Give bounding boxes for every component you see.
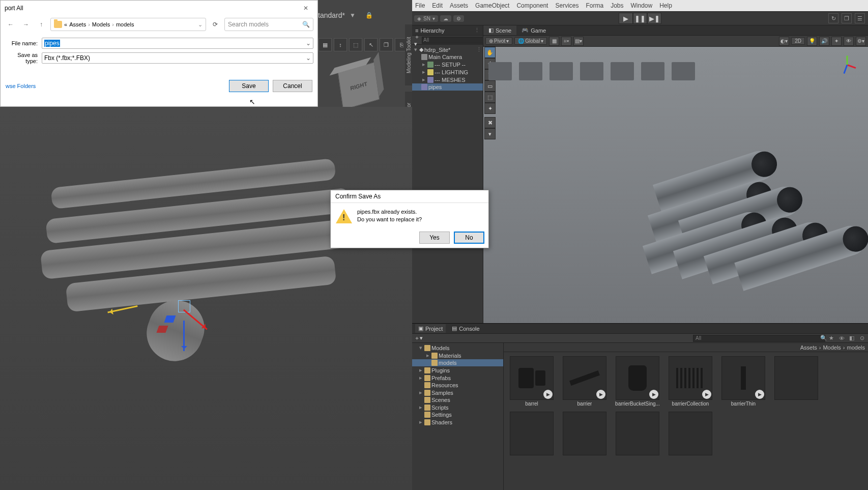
folder-item[interactable]: ▸Materials [412, 352, 503, 359]
pause-button[interactable]: ❚❚ [633, 13, 647, 24]
custom-tool-icon[interactable]: ✖ [484, 117, 496, 128]
audio-icon[interactable]: 🔊 [819, 37, 829, 46]
play-icon[interactable]: ▶ [596, 390, 605, 399]
tab-console[interactable]: ▤ Console [452, 325, 479, 332]
asset-tile[interactable]: ▶ barrierCollection [667, 356, 714, 407]
layout-icon[interactable]: ☰ [855, 13, 865, 23]
menu-item[interactable]: Window [631, 2, 653, 9]
hidden-icon[interactable]: 👁 [844, 37, 854, 46]
forward-icon[interactable]: → [20, 18, 32, 31]
menu-item[interactable]: Assets [450, 2, 468, 9]
add-icon[interactable]: ＋▾ [414, 334, 423, 342]
play-icon[interactable]: ▶ [755, 390, 764, 399]
tool-icon[interactable]: ▦ [319, 38, 332, 51]
scene-orientation-gizmo[interactable] [835, 53, 859, 76]
cloud-button[interactable]: ☁ [440, 15, 451, 22]
menu-item[interactable]: Help [659, 2, 672, 9]
asset-tile[interactable] [561, 412, 609, 455]
back-icon[interactable]: ← [5, 18, 17, 31]
dropdown-icon[interactable]: ▾ [484, 128, 496, 139]
pipes-object[interactable] [614, 145, 868, 298]
folder-item[interactable]: ▸Shaders [412, 418, 503, 426]
settings-icon[interactable]: ⚙ [453, 15, 464, 22]
breadcrumb-seg[interactable]: Models [823, 344, 841, 351]
breadcrumb-seg[interactable]: Assets [69, 21, 86, 27]
disclosure-icon[interactable]: ▸ [421, 61, 426, 68]
search-input[interactable]: Search models 🔍 [224, 18, 313, 31]
asset-tile[interactable]: ▶ barrier [561, 356, 609, 407]
fx-icon[interactable]: ✦ [831, 37, 842, 46]
breadcrumb-seg[interactable]: Models [92, 21, 110, 27]
folder-item[interactable]: Resources [412, 382, 503, 389]
tab-project[interactable]: ▣ Project [415, 324, 446, 333]
play-icon[interactable]: ▶ [702, 390, 711, 399]
yes-button[interactable]: Yes [419, 232, 450, 244]
axis-y-icon[interactable] [847, 56, 848, 65]
layout-icon[interactable]: ◧ [848, 334, 856, 342]
chevron-down-icon[interactable]: ▼ [348, 12, 357, 19]
menu-item[interactable]: Forma [586, 2, 603, 9]
breadcrumb-seg[interactable]: models [116, 21, 134, 27]
menu-item[interactable]: File [415, 2, 425, 9]
hierarchy-scene[interactable]: ▾ ◆ hdrp_Site* ⋮ [412, 46, 483, 53]
close-icon[interactable]: ✕ [298, 5, 313, 12]
hierarchy-item[interactable]: ▸ --- MESHES [412, 76, 483, 83]
account-button[interactable]: ◈ SN ▾ [414, 15, 438, 22]
disclosure-icon[interactable]: ▾ [413, 46, 418, 53]
hierarchy-item[interactable]: Main Camera [412, 53, 483, 61]
save-type-select[interactable]: Fbx (*.fbx;*.FBX) ⌄ [42, 52, 313, 64]
shading-icon[interactable]: ◐▾ [779, 37, 789, 46]
menu-item[interactable]: Services [555, 2, 578, 9]
tool-icon[interactable]: ↕ [334, 38, 347, 51]
layers-icon[interactable]: ❐ [842, 13, 852, 23]
asset-tile[interactable]: ▶ barrierThin [719, 356, 767, 407]
asset-tile[interactable] [614, 412, 661, 455]
folder-item-selected[interactable]: models [412, 359, 503, 366]
file-name-input[interactable]: pipes ⌄ [42, 38, 313, 49]
breadcrumb-seg[interactable]: models [847, 344, 865, 351]
filter-icon[interactable]: ⊙ [858, 334, 866, 342]
folder-item[interactable]: ▸Scripts [412, 403, 503, 411]
chevron-down-icon[interactable]: ⌄ [198, 21, 202, 28]
hierarchy-item[interactable]: ▸ --- SETUP -- [412, 61, 483, 68]
asset-tile[interactable]: ▶ barrierBucketSing... [614, 356, 661, 407]
disclosure-icon[interactable]: ▸ [421, 69, 426, 75]
asset-tile[interactable] [772, 356, 820, 407]
axis-z-icon[interactable] [843, 65, 848, 74]
step-button[interactable]: ▶❚ [647, 13, 661, 24]
cancel-button[interactable]: Cancel [273, 80, 312, 92]
chevron-down-icon[interactable]: ⌄ [306, 40, 311, 47]
hierarchy-search[interactable] [422, 37, 489, 44]
play-button[interactable]: ▶ [619, 13, 633, 24]
refresh-icon[interactable]: ⟳ [209, 18, 221, 31]
play-icon[interactable]: ▶ [543, 390, 553, 399]
axis-x-icon[interactable] [847, 64, 856, 69]
maya-shelf-tab[interactable]: tandard* ▼ 🔒 [318, 5, 412, 25]
light-icon[interactable]: 💡 [807, 37, 817, 46]
grid-icon[interactable]: ▦ [549, 37, 559, 46]
menu-item[interactable]: Jobs [611, 2, 623, 9]
gizmo-axis-z-icon[interactable] [183, 321, 185, 351]
pivot-toggle[interactable]: ⊕Pivot▾ [485, 37, 512, 45]
panel-options-icon[interactable]: ⋮ [474, 27, 480, 34]
gizmos-icon[interactable]: ⚙▾ [856, 37, 866, 46]
increment-icon[interactable]: ▤▾ [573, 37, 584, 46]
folder-item[interactable]: ▸Samples [412, 389, 503, 396]
breadcrumb-seg[interactable]: Assets [800, 344, 817, 351]
hierarchy-item[interactable]: ▸ --- LIGHTING [412, 68, 483, 76]
lock-icon[interactable]: 🔒 [365, 12, 373, 19]
breadcrumb[interactable]: « Assets › Models › models ⌄ [50, 18, 206, 31]
maya-viewport[interactable] [0, 107, 412, 490]
hierarchy-item-selected[interactable]: pipes [412, 83, 483, 91]
folder-item[interactable]: ▾Models [412, 344, 503, 352]
more-icon[interactable]: ⋮ [476, 46, 482, 53]
2d-toggle[interactable]: 2D [791, 37, 805, 45]
menu-item[interactable]: Edit [432, 2, 443, 9]
asset-tile[interactable] [667, 412, 714, 455]
cursor-icon[interactable]: ↖ [364, 38, 378, 51]
browse-folders-link[interactable]: wse Folders [6, 83, 36, 89]
view-cube[interactable]: RIGHT [338, 62, 380, 110]
tab-scene[interactable]: ◧ Scene [483, 25, 516, 35]
menu-item[interactable]: Component [516, 2, 548, 9]
hierarchy-tab[interactable]: ≡ Hierarchy ⋮ [412, 25, 483, 36]
